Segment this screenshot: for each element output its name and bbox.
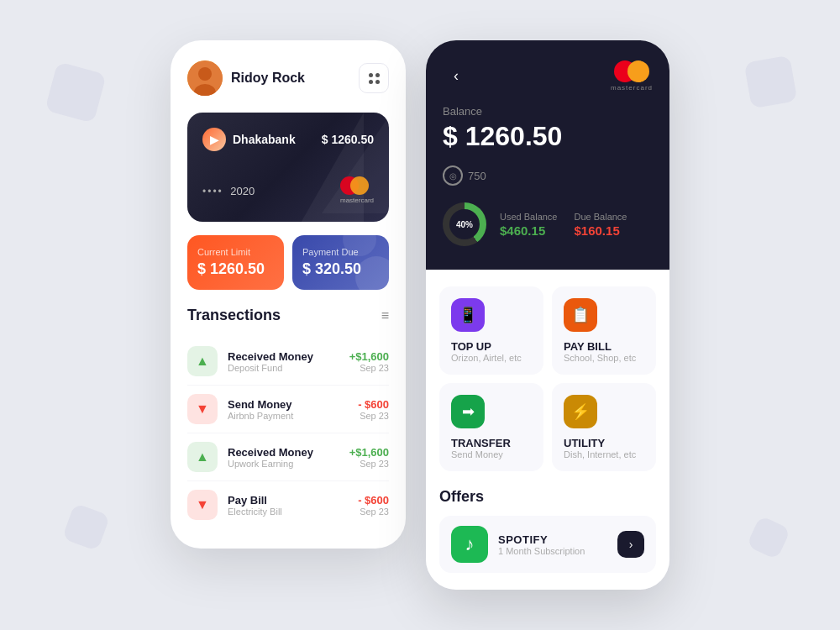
txn-info: Send Money Airbnb Payment xyxy=(228,398,293,421)
balance-value: $ 1260.50 xyxy=(443,121,653,152)
service-card[interactable]: ➡ TRANSFER Send Money xyxy=(439,383,543,471)
service-card[interactable]: 📱 TOP UP Orizon, Airtel, etc xyxy=(439,286,543,375)
progress-bg: 40% xyxy=(443,202,486,246)
service-sub: Orizon, Airtel, etc xyxy=(451,353,532,363)
transactions-header: Transections ≡ xyxy=(187,307,389,324)
txn-sub: Airbnb Payment xyxy=(228,411,293,421)
due-balance-item: Due Balance $160.15 xyxy=(575,212,627,238)
dot xyxy=(375,80,380,84)
txn-name: Received Money xyxy=(228,350,313,363)
service-icon-wrap: 📱 xyxy=(451,298,485,332)
service-name: UTILITY xyxy=(564,437,644,449)
service-icon: ⚡ xyxy=(571,402,590,421)
txn-name: Send Money xyxy=(228,398,293,411)
mc-yellow-circle xyxy=(350,176,369,195)
grid-icon-button[interactable] xyxy=(359,63,389,93)
left-header: Ridoy Rock xyxy=(187,60,389,96)
transaction-item[interactable]: ▼ Pay Bill Electricity Bill - $600 Sep 2… xyxy=(187,481,389,528)
bank-card[interactable]: ▶ Dhakabank $ 1260.50 •••• 2020 xyxy=(187,113,389,222)
deco-square-1 xyxy=(45,61,106,123)
user-name: Ridoy Rock xyxy=(231,71,305,86)
balance-stats-row: 40% Used Balance $460.15 Due Balance $16… xyxy=(443,202,653,246)
offer-card[interactable]: ♪ SPOTIFY 1 Month Subscription › xyxy=(439,516,656,573)
down-arrow-icon: ▼ xyxy=(196,402,209,417)
service-sub: Dish, Internet, etc xyxy=(564,449,644,459)
service-icon-wrap: ⚡ xyxy=(564,395,597,428)
txn-info: Received Money Deposit Fund xyxy=(228,350,313,373)
deco-square-4 xyxy=(746,515,790,559)
filter-icon[interactable]: ≡ xyxy=(381,308,389,323)
txn-amount: - $600 xyxy=(358,494,389,507)
deco-square-3 xyxy=(744,55,798,109)
txn-amount: +$1,600 xyxy=(349,446,389,459)
txn-date: Sep 23 xyxy=(349,363,389,373)
service-sub: Send Money xyxy=(451,449,532,459)
txn-icon-wrap: ▼ xyxy=(187,490,218,520)
deco-square-2 xyxy=(62,503,111,552)
txn-name: Received Money xyxy=(228,446,313,459)
spotify-icon: ♪ xyxy=(451,526,488,563)
mc-yellow xyxy=(627,60,649,82)
txn-sub: Upwork Earning xyxy=(228,459,313,469)
service-name: PAY BILL xyxy=(564,340,644,353)
txn-right: +$1,600 Sep 23 xyxy=(349,350,389,373)
back-button[interactable]: ‹ xyxy=(443,63,470,90)
mastercard-full: mastercard xyxy=(611,60,653,92)
used-balance-label: Used Balance xyxy=(500,212,558,222)
transactions-list: ▲ Received Money Deposit Fund +$1,600 Se… xyxy=(187,338,389,528)
txn-amount: - $600 xyxy=(358,398,389,411)
service-sub: School, Shop, etc xyxy=(564,353,644,363)
txn-sub: Deposit Fund xyxy=(228,363,313,373)
current-limit-box[interactable]: Current Limit $ 1260.50 xyxy=(187,235,284,290)
service-name: TOP UP xyxy=(451,340,532,353)
dot xyxy=(375,73,380,77)
services-grid: 📱 TOP UP Orizon, Airtel, etc 📋 PAY BILL … xyxy=(439,286,656,471)
white-bottom-section: 📱 TOP UP Orizon, Airtel, etc 📋 PAY BILL … xyxy=(426,270,669,590)
service-card[interactable]: ⚡ UTILITY Dish, Internet, etc xyxy=(552,383,656,471)
txn-left: ▲ Received Money Deposit Fund xyxy=(187,346,313,376)
balance-label: Balance xyxy=(443,105,653,118)
txn-icon-wrap: ▼ xyxy=(187,394,218,424)
transaction-item[interactable]: ▲ Received Money Upwork Earning +$1,600 … xyxy=(187,433,389,481)
service-icon: 📱 xyxy=(459,306,477,324)
txn-left: ▲ Received Money Upwork Earning xyxy=(187,442,313,472)
offer-name: SPOTIFY xyxy=(498,533,607,546)
transactions-title: Transections xyxy=(187,307,281,324)
coin-icon: ◎ xyxy=(443,165,463,186)
svg-point-1 xyxy=(198,67,212,81)
txn-date: Sep 23 xyxy=(349,459,389,469)
down-arrow-icon: ▼ xyxy=(196,497,209,512)
up-arrow-icon: ▲ xyxy=(196,449,209,465)
bank-icon: ▶ xyxy=(202,128,226,151)
left-phone: Ridoy Rock ▶ Dh xyxy=(171,40,406,549)
avatar xyxy=(187,60,223,96)
txn-name: Pay Bill xyxy=(228,494,282,507)
txn-date: Sep 23 xyxy=(358,411,389,421)
txn-info: Pay Bill Electricity Bill xyxy=(228,494,282,517)
service-card[interactable]: 📋 PAY BILL School, Shop, etc xyxy=(552,286,656,375)
mc-text: mastercard xyxy=(611,84,653,92)
card-deco-2 xyxy=(322,113,389,213)
offer-arrow-button[interactable]: › xyxy=(617,531,644,558)
payment-due-box[interactable]: Payment Due $ 320.50 xyxy=(292,235,389,290)
up-arrow-icon: ▲ xyxy=(196,354,209,369)
service-icon-wrap: ➡ xyxy=(451,395,485,428)
transaction-item[interactable]: ▲ Received Money Deposit Fund +$1,600 Se… xyxy=(187,338,389,386)
right-phone: ‹ mastercard Balance $ 1260.50 ◎ 750 xyxy=(426,40,669,590)
txn-right: +$1,600 Sep 23 xyxy=(349,446,389,469)
service-icon-wrap: 📋 xyxy=(564,298,597,332)
due-balance-label: Due Balance xyxy=(575,212,627,222)
txn-right: - $600 Sep 23 xyxy=(358,494,389,517)
txn-right: - $600 Sep 23 xyxy=(358,398,389,421)
used-balance-item: Used Balance $460.15 xyxy=(500,212,558,238)
card-dots: •••• xyxy=(202,186,223,197)
transaction-item[interactable]: ▼ Send Money Airbnb Payment - $600 Sep 2… xyxy=(187,386,389,433)
offer-info: SPOTIFY 1 Month Subscription xyxy=(498,533,607,556)
dark-header: ‹ mastercard xyxy=(443,60,653,92)
progress-pct: 40% xyxy=(449,209,480,239)
current-limit-value: $ 1260.50 xyxy=(197,260,274,278)
quick-stats: Current Limit $ 1260.50 Payment Due $ 32… xyxy=(187,235,389,290)
balance-details: Used Balance $460.15 Due Balance $160.15 xyxy=(500,212,627,238)
coin-value: 750 xyxy=(468,170,486,182)
used-balance-value: $460.15 xyxy=(500,223,558,238)
